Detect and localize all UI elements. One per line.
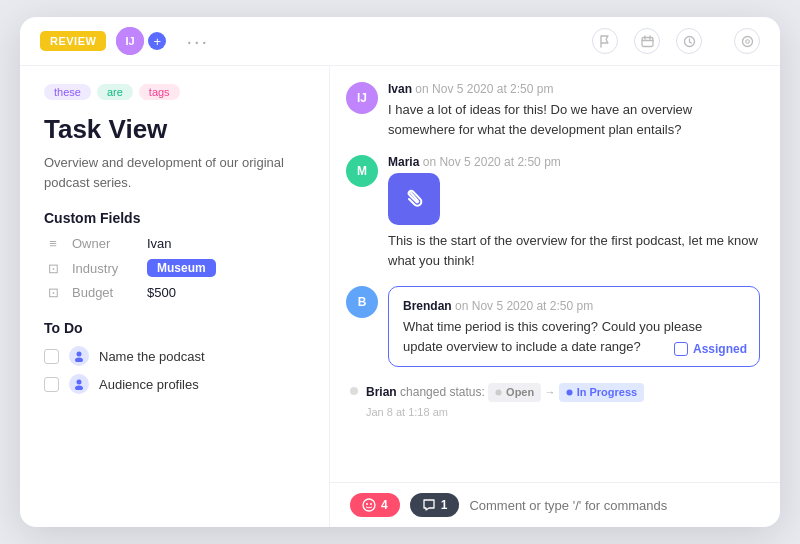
svg-point-13	[366, 503, 368, 505]
owner-value: Ivan	[147, 236, 172, 251]
bottom-bar: 4 1	[330, 482, 780, 527]
comment-count-button[interactable]: 1	[410, 493, 460, 517]
comment-time-brendan: on Nov 5 2020 at 2:50 pm	[455, 299, 593, 313]
tag-tags[interactable]: tags	[139, 84, 180, 100]
comment-maria: M Maria on Nov 5 2020 at 2:50 pm This is…	[346, 155, 760, 270]
comment-time-maria: on Nov 5 2020 at 2:50 pm	[423, 155, 561, 169]
status-dot	[350, 387, 358, 395]
svg-point-12	[363, 499, 375, 511]
tags-row: these are tags	[44, 84, 305, 100]
comment-body-ivan: Ivan on Nov 5 2020 at 2:50 pm I have a l…	[388, 82, 760, 139]
brendan-card: Brendan on Nov 5 2020 at 2:50 pm What ti…	[388, 286, 760, 367]
tag-are[interactable]: are	[97, 84, 133, 100]
svg-point-11	[566, 390, 572, 396]
avatar-brendan: B	[346, 286, 378, 318]
svg-rect-2	[642, 37, 653, 46]
todo-text-2: Audience profiles	[99, 377, 199, 392]
status-from: Open	[488, 383, 541, 402]
status-text: Brian changed status: Open → In Progress	[366, 383, 644, 402]
avatar-group: IJ +	[116, 27, 166, 55]
todo-checkbox-2[interactable]	[44, 377, 59, 392]
svg-point-6	[77, 352, 82, 357]
task-title: Task View	[44, 114, 305, 145]
topbar-icons	[592, 28, 760, 54]
assigned-checkbox[interactable]	[674, 342, 688, 356]
svg-point-9	[75, 386, 83, 391]
svg-point-14	[370, 503, 372, 505]
comment-input[interactable]	[469, 498, 760, 513]
attachment-icon[interactable]	[388, 173, 440, 225]
list-item: Audience profiles	[44, 374, 305, 394]
industry-value[interactable]: Museum	[147, 259, 216, 277]
budget-label: Budget	[72, 285, 137, 300]
comment-author-maria: Maria	[388, 155, 419, 169]
comment-author-brendan: Brendan	[403, 299, 452, 313]
emoji-count: 4	[381, 498, 388, 512]
custom-fields-title: Custom Fields	[44, 210, 305, 226]
comment-count: 1	[441, 498, 448, 512]
assigned-label: Assigned	[693, 342, 747, 356]
owner-icon: ≡	[44, 236, 62, 251]
field-budget: ⊡ Budget $500	[44, 285, 305, 300]
comment-brendan: B Brendan on Nov 5 2020 at 2:50 pm What …	[346, 286, 760, 367]
task-description: Overview and development of our original…	[44, 153, 305, 192]
field-industry: ⊡ Industry Museum	[44, 259, 305, 277]
status-time: Jan 8 at 1:18 am	[366, 404, 644, 421]
comment-text-maria: This is the start of the overview for th…	[388, 231, 760, 270]
tag-these[interactable]: these	[44, 84, 91, 100]
clock-icon[interactable]	[676, 28, 702, 54]
avatar: IJ	[116, 27, 144, 55]
comment-body-maria: Maria on Nov 5 2020 at 2:50 pm This is t…	[388, 155, 760, 270]
field-owner: ≡ Owner Ivan	[44, 236, 305, 251]
comment-header-brendan: Brendan on Nov 5 2020 at 2:50 pm	[403, 299, 745, 313]
settings-icon[interactable]	[734, 28, 760, 54]
todo-title: To Do	[44, 320, 305, 336]
right-panel: IJ Ivan on Nov 5 2020 at 2:50 pm I have …	[330, 66, 780, 527]
emoji-button[interactable]: 4	[350, 493, 400, 517]
budget-value: $500	[147, 285, 176, 300]
svg-point-7	[75, 358, 83, 363]
svg-text:IJ: IJ	[126, 35, 135, 47]
todo-checkbox-1[interactable]	[44, 349, 59, 364]
flag-icon[interactable]	[592, 28, 618, 54]
add-avatar-button[interactable]: +	[148, 32, 166, 50]
todo-avatar-2	[69, 374, 89, 394]
list-item: Name the podcast	[44, 346, 305, 366]
topbar: REVIEW IJ + ···	[20, 17, 780, 66]
industry-label: Industry	[72, 261, 137, 276]
comments-area: IJ Ivan on Nov 5 2020 at 2:50 pm I have …	[330, 66, 780, 482]
comment-header-maria: Maria on Nov 5 2020 at 2:50 pm	[388, 155, 760, 169]
status-change-text: Brian changed status: Open → In Progress	[366, 383, 644, 420]
todo-text-1: Name the podcast	[99, 349, 205, 364]
todo-list: Name the podcast Audience profiles	[44, 346, 305, 394]
svg-point-10	[496, 390, 502, 396]
status-to: In Progress	[559, 383, 645, 402]
owner-label: Owner	[72, 236, 137, 251]
left-panel: these are tags Task View Overview and de…	[20, 66, 330, 527]
comment-ivan: IJ Ivan on Nov 5 2020 at 2:50 pm I have …	[346, 82, 760, 139]
main-content: these are tags Task View Overview and de…	[20, 66, 780, 527]
custom-fields: ≡ Owner Ivan ⊡ Industry Museum ⊡ Budget …	[44, 236, 305, 300]
arrow-icon: →	[545, 386, 559, 398]
main-window: REVIEW IJ + ···	[20, 17, 780, 527]
svg-point-4	[742, 36, 752, 46]
comment-header-ivan: Ivan on Nov 5 2020 at 2:50 pm	[388, 82, 760, 96]
comment-time-ivan: on Nov 5 2020 at 2:50 pm	[415, 82, 553, 96]
calendar-icon[interactable]	[634, 28, 660, 54]
industry-icon: ⊡	[44, 261, 62, 276]
avatar-maria: M	[346, 155, 378, 187]
todo-avatar-1	[69, 346, 89, 366]
budget-icon: ⊡	[44, 285, 62, 300]
avatar-ivan: IJ	[346, 82, 378, 114]
status-action: changed status:	[400, 385, 488, 399]
comment-text-ivan: I have a lot of ideas for this! Do we ha…	[388, 100, 760, 139]
review-badge[interactable]: REVIEW	[40, 31, 106, 51]
comment-author-ivan: Ivan	[388, 82, 412, 96]
more-menu-button[interactable]: ···	[186, 30, 209, 53]
assigned-badge[interactable]: Assigned	[674, 342, 747, 356]
status-actor: Brian	[366, 385, 397, 399]
svg-point-5	[745, 39, 749, 43]
status-change: Brian changed status: Open → In Progress	[346, 383, 760, 420]
svg-point-8	[77, 380, 82, 385]
todo-section: To Do Name the podcast Aud	[44, 320, 305, 394]
